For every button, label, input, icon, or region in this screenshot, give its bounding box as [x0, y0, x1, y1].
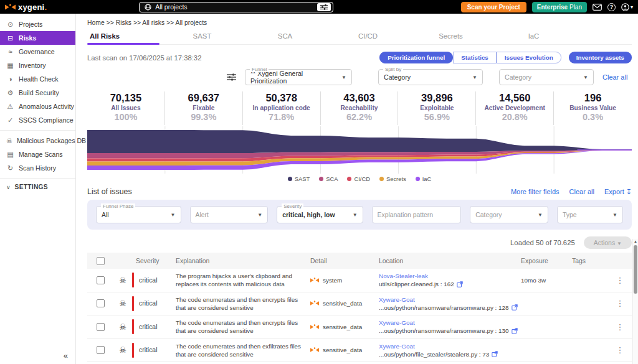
- category-select[interactable]: Category ▼: [499, 69, 594, 85]
- row-checkbox[interactable]: [97, 299, 105, 307]
- funnel-phase-select[interactable]: Funnel Phase All ▼: [96, 206, 181, 223]
- select-all-checkbox[interactable]: [97, 257, 105, 265]
- app-window: xygeni. All projects Scan your Project E…: [0, 0, 638, 364]
- table-row: ☠ critical The code enumerates and then …: [87, 339, 632, 363]
- sidebar-collapse-button[interactable]: «: [64, 351, 68, 360]
- messages-button[interactable]: [593, 4, 602, 11]
- row-menu-button[interactable]: ⋮: [608, 276, 632, 285]
- external-link-icon[interactable]: [492, 351, 498, 357]
- search-filter-button[interactable]: [317, 3, 331, 11]
- row-menu-button[interactable]: ⋮: [608, 345, 632, 355]
- malicious-skull-icon: ☠: [113, 276, 132, 285]
- chevron-down-icon: ▾: [631, 4, 633, 10]
- sidebar-item-risks[interactable]: ⊟Risks: [0, 31, 75, 45]
- last-scan-info: Last scan on 17/06/2025 at 17:38:32: [87, 54, 201, 62]
- loaded-count: Loaded 50 of 70.625: [510, 239, 575, 246]
- location-project-link[interactable]: Xyware-Goat: [379, 319, 521, 326]
- clear-all-link[interactable]: Clear all: [602, 73, 627, 81]
- sidebar-item-scan-history[interactable]: ↻Scan History: [0, 161, 75, 175]
- sidebar-item-sscs-compliance[interactable]: ✓SSCS Compliance: [0, 113, 75, 127]
- issue-detail: sensitive_data: [310, 300, 379, 307]
- sidebar: ⊙Projects ⊟Risks ≈Governance ▦Inventory …: [0, 14, 76, 364]
- tune-icon: [320, 4, 328, 10]
- explanation-pattern-input[interactable]: [378, 212, 456, 218]
- sidebar-item-manage-scans[interactable]: ▤Manage Scans: [0, 147, 75, 161]
- export-link[interactable]: Export ↧: [604, 188, 632, 196]
- compliance-check-icon: ✓: [6, 116, 14, 124]
- chevron-down-icon: ▼: [341, 75, 346, 80]
- tab-sast[interactable]: SAST: [161, 32, 244, 44]
- sidebar-item-malicious-packages-db[interactable]: ☠Malicious Packages DB: [0, 134, 75, 147]
- malicious-skull-icon: ☠: [113, 345, 132, 355]
- app-logo[interactable]: xygeni.: [5, 2, 47, 12]
- sidebar-item-build-security[interactable]: ⚙Build Security: [0, 86, 75, 100]
- external-link-icon[interactable]: [512, 328, 518, 334]
- more-filter-fields-link[interactable]: More filter fields: [511, 188, 559, 195]
- tab-all-risks[interactable]: All Risks: [87, 32, 161, 44]
- row-checkbox[interactable]: [97, 276, 105, 284]
- alert-select[interactable]: Alert ▼: [190, 206, 269, 223]
- tab-iac[interactable]: IaC: [492, 32, 575, 44]
- funnel-stage-fixable: 69,637Fixable99.3%: [165, 91, 243, 125]
- legend-cicd: CI/CD: [347, 175, 370, 182]
- sidebar-item-inventory[interactable]: ▦Inventory: [0, 58, 75, 72]
- search-scope-label: All projects: [155, 3, 313, 11]
- chevron-down-icon: ▼: [472, 75, 477, 80]
- sidebar-item-governance[interactable]: ≈Governance: [0, 45, 75, 58]
- sidebar-divider: [0, 130, 75, 131]
- external-link-icon[interactable]: [512, 304, 518, 310]
- scroll-up-arrow[interactable]: ▲: [634, 240, 637, 243]
- account-menu-button[interactable]: ▾: [621, 3, 633, 11]
- location-project-link[interactable]: Xyware-Goat: [379, 296, 521, 303]
- tab-sca[interactable]: SCA: [244, 32, 326, 44]
- tab-cicd[interactable]: CI/CD: [326, 32, 409, 44]
- issue-location: Nova-Stealer-leak utils/clipper.cleaned.…: [379, 273, 521, 287]
- type-select[interactable]: Type ▼: [557, 206, 623, 223]
- row-menu-button[interactable]: ⋮: [608, 322, 632, 332]
- funnel-stage-business-value: 196Business Value0.3%: [554, 91, 632, 125]
- inventory-assets-button[interactable]: Inventory assets: [569, 52, 632, 63]
- risk-tabs: All Risks SAST SCA CI/CD Secrets IaC: [87, 30, 632, 45]
- severity-select[interactable]: Severity critical, high, low ▼: [277, 206, 363, 223]
- location-project-link[interactable]: Nova-Stealer-leak: [379, 273, 521, 279]
- tune-icon[interactable]: [227, 73, 236, 81]
- sidebar-settings[interactable]: ∨SETTINGS: [0, 184, 75, 190]
- plan-badge[interactable]: Enterprise Plan: [532, 2, 587, 12]
- chevron-down-icon: ▼: [583, 75, 588, 80]
- issue-detail: system: [310, 277, 379, 284]
- legend-iac: IaC: [416, 175, 432, 182]
- prioritization-funnel-button[interactable]: Prioritization funnel: [379, 52, 453, 63]
- malicious-skull-icon: ☠: [113, 322, 132, 332]
- statistics-button[interactable]: Statistics: [453, 52, 497, 63]
- split-by-select[interactable]: Split by Category ▼: [378, 69, 483, 85]
- help-button[interactable]: ?: [607, 3, 616, 11]
- funnel-select[interactable]: Funnel ** Xygeni General Prioritization …: [245, 69, 352, 85]
- location-project-link[interactable]: Xyware-Goat: [379, 343, 521, 350]
- tab-secrets[interactable]: Secrets: [409, 32, 492, 44]
- clear-all-filters-link[interactable]: Clear all: [569, 188, 594, 195]
- funnel-chart-area: SAST SCA CI/CD Secrets IaC: [87, 126, 632, 182]
- scan-project-button[interactable]: Scan your Project: [461, 2, 526, 12]
- sidebar-item-health-check[interactable]: ◑Health Check: [0, 72, 75, 86]
- sidebar-item-anomalous-activity[interactable]: ⚠Anomalous Activity: [0, 100, 75, 113]
- issue-location: Xyware-Goat ...ous/python/file_stealer/s…: [379, 343, 521, 358]
- governance-icon: ≈: [6, 48, 14, 55]
- main-content: Home >> Risks >> All risks >> All projec…: [76, 14, 638, 364]
- category-filter-select[interactable]: Category ▼: [470, 206, 548, 223]
- scrollbar-thumb[interactable]: [634, 245, 637, 294]
- globe-icon: [145, 4, 151, 11]
- row-menu-button[interactable]: ⋮: [608, 299, 632, 308]
- topbar: xygeni. All projects Scan your Project E…: [0, 0, 638, 14]
- severity-bar: [132, 296, 134, 311]
- project-search[interactable]: All projects: [139, 2, 333, 12]
- issues-evolution-button[interactable]: Issues Evolution: [497, 52, 561, 63]
- external-link-icon[interactable]: [457, 281, 463, 287]
- sidebar-item-projects[interactable]: ⊙Projects: [0, 17, 75, 31]
- list-of-issues-title: List of issues: [87, 187, 132, 196]
- issues-table: Severity Explanation Detail Location Exp…: [87, 253, 632, 364]
- question-icon: ?: [607, 3, 616, 11]
- history-icon: ↻: [6, 164, 14, 172]
- row-checkbox[interactable]: [97, 346, 105, 354]
- row-checkbox[interactable]: [97, 323, 105, 331]
- actions-button[interactable]: Actions ▼: [584, 236, 632, 249]
